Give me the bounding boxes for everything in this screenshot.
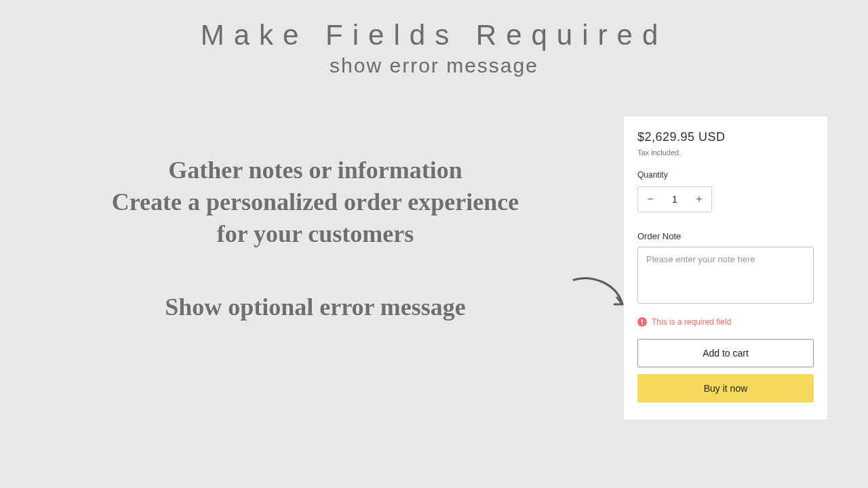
error-row: This is a required field [637,317,814,327]
svg-point-2 [642,323,643,325]
product-panel: $2,629.95 USD Tax included. Quantity − 1… [624,117,827,420]
add-to-cart-button[interactable]: Add to cart [637,339,814,367]
buy-now-button[interactable]: Buy it now [637,374,814,403]
quantity-stepper: − 1 + [637,186,712,212]
quantity-label: Quantity [637,170,814,180]
error-icon [637,317,647,327]
order-note-label: Order Note [637,231,814,241]
marketing-line-2: Create a personalized order experience [34,186,597,218]
svg-rect-1 [642,319,643,323]
marketing-line-3: for your customers [34,218,597,250]
order-note-input[interactable] [637,247,814,304]
quantity-decrement-button[interactable]: − [638,187,663,211]
marketing-copy: Gather notes or information Create a per… [34,155,597,321]
page-subtitle: show error message [0,54,868,77]
marketing-line-1: Gather notes or information [34,155,597,186]
quantity-value: 1 [663,194,687,205]
marketing-hint: Show optional error message [34,293,597,321]
page-title: Make Fields Required [0,0,868,52]
tax-note: Tax included. [637,148,814,157]
arrow-icon [568,274,629,315]
quantity-increment-button[interactable]: + [687,187,711,211]
error-message: This is a required field [652,317,731,327]
product-price: $2,629.95 USD [637,130,814,144]
